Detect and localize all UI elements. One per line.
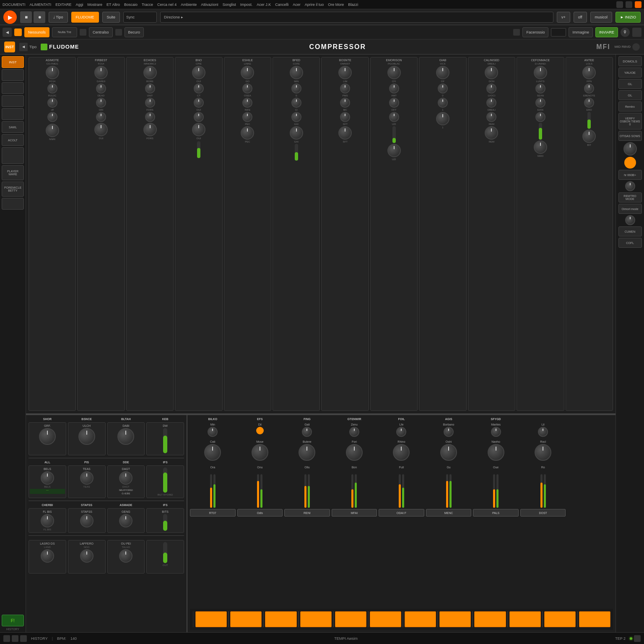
sec-mic-btn[interactable]: 🎙: [621, 28, 630, 37]
ch0-knob4[interactable]: [47, 112, 57, 122]
ch4-knob2[interactable]: [242, 83, 252, 93]
left-final-ch2-knob[interactable]: [119, 549, 132, 563]
plugin-back-btn[interactable]: ◀: [19, 43, 28, 51]
sidebar-item-7[interactable]: [2, 198, 24, 210]
rfader-ch4-green[interactable]: [402, 474, 404, 508]
record-button[interactable]: ⏺: [34, 11, 45, 23]
top-icon-3[interactable]: [635, 1, 641, 8]
left-bot-ch1-knob[interactable]: [80, 514, 93, 527]
ch4-knob4[interactable]: [242, 112, 252, 122]
menu-et-altro[interactable]: ET Altro: [106, 3, 120, 7]
ch10-knob1[interactable]: [534, 66, 547, 79]
toolbar-type-btn[interactable]: ♩ Tipo: [49, 12, 68, 23]
ch2-knob3[interactable]: [145, 98, 155, 108]
ch5-knob5[interactable]: [290, 126, 303, 140]
menu-attivazioni[interactable]: AttivazionI: [201, 3, 218, 7]
top-icon-1[interactable]: [616, 1, 623, 8]
ch0-knob2[interactable]: [47, 83, 57, 93]
left-final-ch1-knob[interactable]: [80, 549, 93, 563]
ch11-knob1[interactable]: [582, 66, 596, 79]
ch7-knob2[interactable]: [389, 83, 399, 93]
rm-ch6-knob[interactable]: [491, 427, 501, 437]
left-mid-ch2-knob[interactable]: [119, 471, 132, 485]
sec-icon-1[interactable]: [80, 29, 86, 36]
sec-icon-3[interactable]: [513, 29, 520, 36]
ch8-knob2[interactable]: [438, 83, 448, 93]
sec-nulla-btn[interactable]: Nulla Tre: [52, 27, 77, 37]
ch6-knob3[interactable]: [340, 98, 350, 108]
ch5-knob1[interactable]: [290, 66, 303, 79]
orange-block-3[interactable]: [265, 611, 296, 627]
ch8-knob3[interactable]: [438, 98, 448, 108]
rfader-ch6-orange[interactable]: [493, 474, 495, 508]
left-mid-ch0-knob[interactable]: [41, 471, 54, 485]
sidebar-item-4[interactable]: [2, 108, 24, 120]
menu-tracce[interactable]: Tracce: [142, 3, 153, 7]
ch2-knob1[interactable]: [143, 66, 157, 79]
toolbar-search[interactable]: Direzione ▸: [160, 12, 553, 23]
right-oimorl[interactable]: Oimorl mode: [618, 204, 642, 214]
left-ch1-knob[interactable]: [78, 428, 95, 445]
rfader-ch2-btn[interactable]: RENI: [284, 509, 330, 517]
ch8-knob1[interactable]: [436, 66, 449, 79]
ch3-knob5[interactable]: [192, 123, 205, 136]
orange-block-1[interactable]: [195, 611, 227, 627]
ch10-fader[interactable]: [539, 123, 542, 140]
left-mid-ch3-fader[interactable]: [163, 467, 167, 493]
rfader-ch7-green[interactable]: [544, 474, 546, 508]
menu-alimentati[interactable]: ALIMENTATI: [30, 3, 52, 7]
menu-ore-more[interactable]: Ore More: [328, 3, 344, 7]
menu-ambiente[interactable]: Ambiente: [181, 3, 197, 7]
ch11-knob2[interactable]: [584, 83, 594, 93]
menu-cerca[interactable]: Cerca nel 4: [157, 3, 177, 7]
ch4-knob5[interactable]: [241, 126, 254, 140]
sidebar-item-inst[interactable]: INST: [2, 56, 24, 68]
right-knob1[interactable]: [623, 142, 637, 156]
play-button[interactable]: ▶: [3, 10, 17, 24]
ch5-knob3[interactable]: [291, 98, 301, 108]
right-gl1[interactable]: GL: [618, 79, 642, 89]
ch10-knob3[interactable]: [535, 98, 545, 108]
plugin-icon[interactable]: INST: [4, 42, 15, 52]
orange-block-2[interactable]: [230, 611, 262, 627]
rm2-ch7-knob[interactable]: [535, 444, 551, 461]
ch6-knob5[interactable]: [338, 126, 352, 140]
rm-ch7-knob[interactable]: [538, 427, 548, 437]
rm2-ch2-knob[interactable]: [299, 444, 315, 461]
rm-ch1-orange-dot[interactable]: [256, 427, 264, 434]
ch3-fader[interactable]: [197, 141, 200, 158]
sidebar-item-2[interactable]: [2, 82, 24, 94]
ch3-knob1[interactable]: [192, 66, 205, 79]
ch5-knob2[interactable]: [291, 83, 301, 93]
right-yauoe[interactable]: YAUOE: [618, 68, 642, 78]
rfader-ch0-btn[interactable]: RT07: [190, 509, 236, 517]
rfader-ch3-green[interactable]: [355, 474, 357, 508]
ch2-knob4[interactable]: [145, 112, 155, 122]
left-final-ch0-knob[interactable]: [41, 549, 54, 563]
rm2-ch5-knob[interactable]: [440, 444, 457, 461]
ch7-fader[interactable]: [392, 126, 396, 143]
rfader-ch7-btn[interactable]: DOST: [520, 509, 566, 517]
ch3-knob3[interactable]: [194, 98, 204, 108]
rfader-ch1-btn[interactable]: Odls: [237, 509, 283, 517]
ch1-knob3[interactable]: [96, 98, 106, 108]
statusbar-icon2[interactable]: [12, 635, 18, 642]
plugin-close-btn[interactable]: [632, 43, 640, 51]
rm2-ch4-knob[interactable]: [393, 444, 410, 461]
sec-facero-btn[interactable]: Facerossio: [522, 27, 548, 37]
sidebar-item-3[interactable]: [2, 95, 24, 107]
orange-block-12[interactable]: [579, 611, 610, 627]
orange-block-11[interactable]: [544, 611, 576, 627]
sidebar-item-f[interactable]: F!: [2, 615, 24, 626]
ch7-knob4[interactable]: [389, 112, 399, 122]
ch2-knob2[interactable]: [145, 83, 155, 93]
left-bot-ch2-knob[interactable]: [119, 514, 132, 527]
right-gl2[interactable]: GL: [618, 90, 642, 100]
orange-block-9[interactable]: [474, 611, 506, 627]
menu-impost[interactable]: Impost.: [240, 3, 253, 7]
right-domols[interactable]: DOMOLS: [618, 56, 642, 66]
ch7-knob5[interactable]: [387, 144, 401, 157]
orange-block-8[interactable]: [439, 611, 471, 627]
left-final-ch3-fader[interactable]: [163, 542, 167, 563]
ch5-fader[interactable]: [295, 144, 298, 161]
